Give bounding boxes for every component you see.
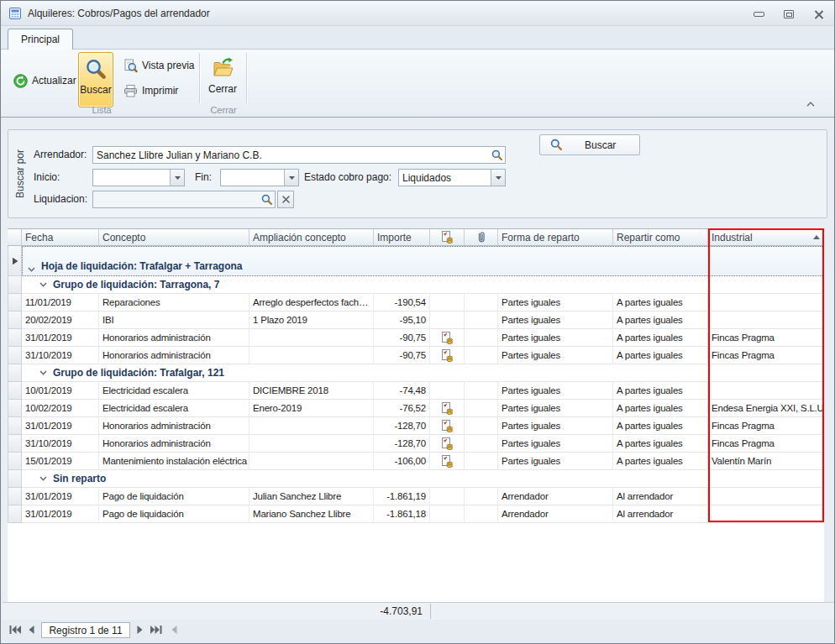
cell-fecha[interactable]: 31/01/2019 [22,505,99,523]
buscar-button[interactable]: Buscar [539,134,640,155]
cell-repartir[interactable]: A partes iguales [613,400,708,417]
row-selector[interactable] [8,417,22,435]
cell-adjuntos[interactable] [465,329,498,347]
row-selector[interactable] [8,435,22,453]
cell-concepto[interactable]: Mantenimiento instalación eléctrica [99,453,249,470]
minimize-button[interactable] [752,8,765,20]
arrendador-lookup-button[interactable] [490,147,505,163]
cell-cobro[interactable] [430,382,465,400]
cell-importe[interactable]: -74,48 [374,382,430,400]
vista-previa-button[interactable]: Vista previa [121,56,197,75]
cell-forma[interactable]: Partes iguales [498,400,613,417]
cell-adjuntos[interactable] [465,400,498,417]
cell-adjuntos[interactable] [465,294,498,312]
row-selector[interactable] [8,312,22,329]
cell-concepto[interactable]: Honorarios administración [99,417,249,435]
cell-forma[interactable]: Arrendador [498,505,613,523]
group-row-trafalgar[interactable]: Grupo de liquidación: Trafalgar, 121 [8,364,824,382]
cell-concepto[interactable]: Honorarios administración [99,329,249,347]
cell-concepto[interactable]: Pago de liquidación [99,488,249,505]
group-row-tarragona[interactable]: Grupo de liquidación: Tarragona, 7 [8,276,824,294]
estado-dropdown-button[interactable] [491,170,505,186]
cell-ampliacion[interactable]: Arreglo desperfectos fach… [249,294,374,312]
estado-cobro-pago-field[interactable]: Liquidados [398,169,506,186]
cell-industrial[interactable]: Fincas Pragma [708,417,824,435]
cell-repartir[interactable]: A partes iguales [613,312,708,329]
column-header-repartir[interactable]: Repartir como [613,229,708,246]
previous-record-button[interactable] [28,626,34,634]
last-record-button[interactable] [150,626,162,634]
cell-repartir[interactable]: A partes iguales [613,417,708,435]
cell-fecha[interactable]: 15/01/2019 [22,453,99,470]
close-button[interactable] [812,8,826,20]
cell-forma[interactable]: Arrendador [498,488,613,505]
cell-fecha[interactable]: 31/01/2019 [22,488,99,505]
cell-concepto[interactable]: Honorarios administración [99,435,249,453]
table-row[interactable]: 10/01/2019 Electricidad escalera DICIEMB… [8,382,824,400]
cell-concepto[interactable]: Electricidad escalera [99,382,249,400]
cell-ampliacion[interactable] [249,435,374,453]
cell-industrial[interactable]: Endesa Energia XXI, S.L.U. [708,400,824,417]
collapse-chevron-icon[interactable] [28,267,35,272]
cell-forma[interactable]: Partes iguales [498,312,613,329]
cell-industrial[interactable] [708,382,824,400]
table-row[interactable]: 31/01/2019 Pago de liquidación Julian Sa… [8,488,824,505]
row-selector[interactable] [8,347,22,364]
group-row-hoja[interactable]: Hoja de liquidación: Trafalgar + Tarrago… [8,246,824,276]
cell-concepto[interactable]: Pago de liquidación [99,505,249,523]
cell-industrial[interactable]: Fincas Pragma [708,347,824,364]
table-row[interactable]: 31/10/2019 Honorarios administración -90… [8,347,824,364]
cell-cobro[interactable] [430,505,465,523]
cell-adjuntos[interactable] [465,312,498,329]
cell-repartir[interactable]: Al arrendador [613,505,708,523]
collapse-chevron-icon[interactable] [39,370,47,375]
cell-forma[interactable]: Partes iguales [498,453,613,470]
cell-industrial[interactable]: Fincas Pragma [708,435,824,453]
inicio-dropdown-button[interactable] [170,170,184,186]
scroll-left-button[interactable] [171,626,177,634]
row-indicator[interactable] [8,246,22,276]
table-row[interactable]: 20/02/2019 IBI 1 Plazo 2019 -95,10 Parte… [8,312,824,329]
liquidacion-field[interactable] [92,191,276,208]
table-row[interactable]: 31/01/2019 Pago de liquidación Mariano S… [8,505,824,523]
estado-cobro-pago-value[interactable]: Liquidados [399,172,491,184]
row-selector[interactable] [8,505,22,523]
cell-cobro[interactable] [430,488,465,505]
cell-ampliacion[interactable]: Julian Sanchez Llibre [249,488,374,505]
group-row-sin-reparto[interactable]: Sin reparto [8,470,824,488]
column-header-importe[interactable]: Importe [374,229,430,246]
cell-importe[interactable]: -1.861,19 [374,488,430,505]
cell-cobro[interactable] [430,417,465,435]
column-header-adjuntos[interactable] [465,229,498,246]
cell-industrial[interactable] [708,294,824,312]
cell-ampliacion[interactable]: Enero-2019 [249,400,374,417]
cell-industrial[interactable]: Valentín Marín [708,453,824,470]
cell-adjuntos[interactable] [465,347,498,364]
cell-repartir[interactable]: A partes iguales [613,453,708,470]
liquidacion-lookup-button[interactable] [260,191,275,207]
cell-fecha[interactable]: 31/01/2019 [22,417,99,435]
cell-cobro[interactable] [430,453,465,470]
cell-importe[interactable]: -128,70 [374,435,430,453]
cell-fecha[interactable]: 10/01/2019 [22,382,99,400]
cerrar-button[interactable]: Cerrar [202,52,243,107]
imprimir-button[interactable]: Imprimir [121,81,181,100]
cell-forma[interactable]: Partes iguales [498,382,613,400]
cell-cobro[interactable] [430,312,465,329]
arrendador-value[interactable]: Sanchez Llibre Julian y Mariano C.B. [93,149,490,161]
cell-adjuntos[interactable] [465,382,498,400]
collapse-chevron-icon[interactable] [39,282,47,287]
row-selector[interactable] [8,276,22,294]
cell-adjuntos[interactable] [465,435,498,453]
cell-repartir[interactable]: A partes iguales [613,329,708,347]
tab-principal[interactable]: Principal [8,29,73,50]
cell-repartir[interactable]: A partes iguales [613,435,708,453]
restore-button[interactable] [782,8,796,20]
cell-importe[interactable]: -90,75 [374,347,430,364]
cell-fecha[interactable]: 31/10/2019 [22,435,99,453]
cell-adjuntos[interactable] [465,417,498,435]
cell-repartir[interactable]: A partes iguales [613,382,708,400]
fin-field[interactable] [220,169,299,186]
cell-ampliacion[interactable] [249,453,374,470]
buscar-ribbon-button[interactable]: Buscar [78,52,113,107]
